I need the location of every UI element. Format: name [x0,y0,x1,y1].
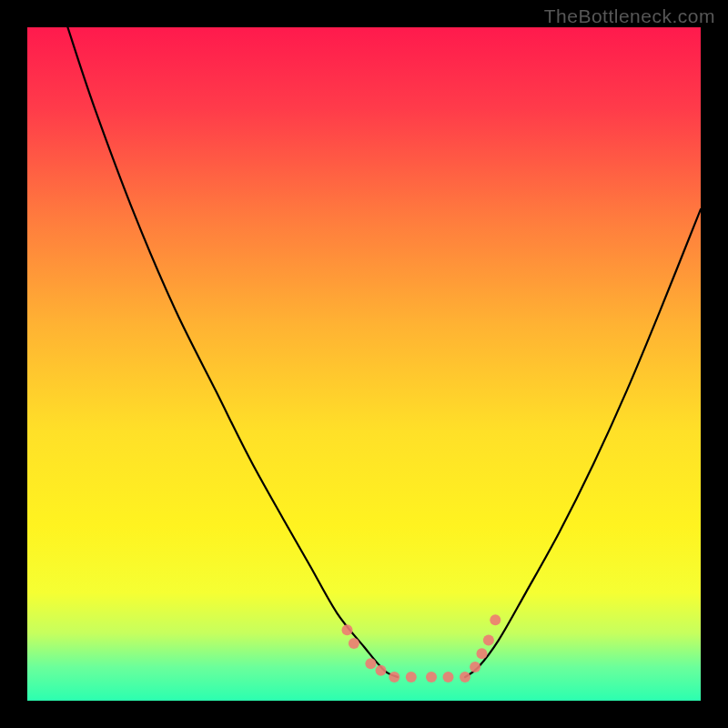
marker-point [389,672,399,682]
marker-point [477,648,488,659]
marker-point [406,672,417,682]
marker-point [426,672,437,682]
marker-point [460,672,470,682]
marker-point [470,662,480,672]
marker-point [365,658,376,669]
marker-point [349,638,359,649]
marker-point [490,614,500,625]
marker-point [376,665,387,676]
marker-point [483,634,494,645]
plot-background [27,27,701,701]
marker-point [443,672,454,682]
watermark-text: TheBottleneck.com [544,5,715,27]
chart-stage: TheBottleneck.com [0,0,728,728]
marker-point [342,624,353,635]
bottleneck-chart [27,27,701,701]
